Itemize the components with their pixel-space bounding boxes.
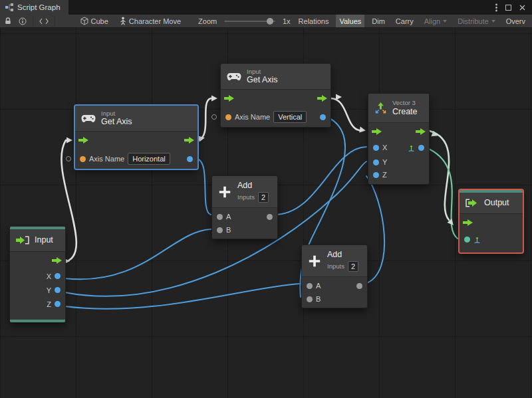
node-graph-input[interactable]: Input X Y Z: [9, 226, 66, 323]
wire-flow-getaxis-v-to-create[interactable]: [331, 98, 359, 130]
node-header[interactable]: Input Get Axis: [221, 64, 331, 90]
overview-button[interactable]: Overv: [503, 15, 529, 28]
node-title: Input: [35, 235, 53, 245]
value-out-port[interactable]: [187, 156, 193, 162]
node-add-1[interactable]: Add Inputs 2 A B: [211, 175, 278, 239]
wire-add2-to-vector3-z[interactable]: [365, 176, 384, 284]
values-button[interactable]: Values: [336, 15, 364, 28]
port-label: X: [47, 272, 51, 280]
tab-title: Script Graph: [17, 3, 61, 11]
node-header[interactable]: Vector 3 Create: [368, 94, 429, 123]
wire-arrowhead: [211, 96, 217, 102]
wire-arrowhead: [359, 127, 366, 134]
wire-getaxis-h-to-add1-a[interactable]: [197, 159, 211, 215]
flow-out-port[interactable]: [52, 257, 62, 264]
node-header[interactable]: Output: [460, 193, 523, 214]
dim-button[interactable]: Dim: [368, 15, 388, 28]
wire-arrowhead: [336, 94, 342, 100]
node-get-axis-vertical[interactable]: Input Get Axis Axis Name Vertical: [220, 63, 331, 128]
sum-out-port[interactable]: [267, 214, 273, 220]
toolbar-separator: [33, 17, 33, 26]
info-icon[interactable]: [17, 17, 28, 25]
inputs-count-field[interactable]: 2: [258, 192, 269, 203]
tab-script-graph[interactable]: Script Graph: [0, 0, 68, 15]
code-icon[interactable]: [38, 18, 50, 25]
dropdown-caret-icon: [443, 20, 447, 23]
node-graph-output[interactable]: Output: [459, 189, 523, 253]
port-label: B: [316, 295, 321, 303]
align-button[interactable]: Align: [421, 15, 450, 28]
window-controls: [495, 0, 532, 15]
breadcrumb-character-move[interactable]: Character Move: [116, 15, 184, 28]
z-out-port[interactable]: [55, 301, 61, 307]
relations-button[interactable]: Relations: [295, 15, 332, 28]
input-a-port[interactable]: [307, 283, 313, 289]
wire-add1-to-vector3-x[interactable]: [273, 147, 366, 215]
input-a-port[interactable]: [217, 214, 223, 220]
graph-canvas[interactable]: Input Get Axis Axis Name Vertical: [0, 28, 532, 398]
flow-in-port[interactable]: [224, 95, 234, 102]
zoom-slider-handle[interactable]: [267, 18, 273, 25]
port-label: A: [226, 213, 231, 221]
carry-button[interactable]: Carry: [392, 15, 417, 28]
lock-icon[interactable]: [3, 17, 13, 25]
value-in-port[interactable]: [464, 237, 470, 243]
distribute-button[interactable]: Distribute: [454, 15, 498, 28]
node-vector3-create[interactable]: Vector 3 Create X Y: [368, 93, 430, 185]
axis-name-port[interactable]: [80, 156, 86, 162]
y-out-port[interactable]: [55, 287, 61, 293]
inputs-label: Inputs: [237, 193, 255, 201]
node-get-axis-horizontal[interactable]: Input Get Axis Axis Name Horizontal: [74, 105, 198, 169]
y-input-port[interactable]: [373, 159, 379, 165]
flow-out-port[interactable]: [317, 95, 327, 102]
flow-in-port[interactable]: [78, 137, 88, 144]
zoom-value: 1x: [283, 17, 291, 25]
input-b-port[interactable]: [217, 227, 223, 233]
flow-in-port[interactable]: [372, 128, 382, 135]
maximize-icon[interactable]: [505, 5, 511, 11]
node-header[interactable]: Input: [10, 229, 65, 252]
wire-flow-create-to-output[interactable]: [430, 131, 449, 220]
tab-bar: Script Graph: [0, 0, 532, 15]
character-icon: [120, 17, 126, 25]
input-b-port[interactable]: [307, 296, 313, 302]
wire-input-x-to-add1-b[interactable]: [65, 229, 211, 279]
x-out-port[interactable]: [55, 273, 61, 279]
axis-name-field[interactable]: Horizontal: [128, 153, 170, 165]
flow-out-port[interactable]: [184, 137, 194, 144]
vector3-out-port[interactable]: [418, 145, 424, 151]
flow-in-port[interactable]: [463, 219, 473, 226]
sum-out-port[interactable]: [356, 283, 362, 289]
axis-name-port[interactable]: [225, 114, 231, 120]
node-header[interactable]: Add Inputs 2: [302, 245, 367, 277]
flow-out-port[interactable]: [416, 128, 426, 135]
unconnected-port[interactable]: [211, 114, 217, 120]
toolbar-toggles: Relations Values Dim Carry Align Distrib…: [295, 15, 529, 28]
wire-flow-getaxis-h-to-v[interactable]: [198, 98, 211, 140]
x-input-port[interactable]: [373, 145, 379, 151]
port-label: A: [316, 282, 321, 290]
node-category: Input: [247, 68, 278, 75]
node-add-2[interactable]: Add Inputs 2 A B: [301, 245, 368, 308]
zoom-slider[interactable]: [224, 21, 275, 22]
accent-bar: [10, 320, 65, 322]
z-input-port[interactable]: [373, 172, 379, 178]
value-out-port[interactable]: [320, 114, 326, 120]
node-header[interactable]: Input Get Axis: [75, 106, 198, 132]
unconnected-port[interactable]: [66, 156, 71, 161]
node-category: Input: [101, 110, 132, 117]
menu-icon[interactable]: [495, 3, 497, 12]
gamepad-icon: [227, 72, 241, 81]
breadcrumb-cube[interactable]: Cube: [77, 15, 112, 28]
node-header[interactable]: Add Inputs 2: [212, 176, 277, 208]
axis-name-field[interactable]: Vertical: [273, 111, 307, 123]
inputs-count-field[interactable]: 2: [348, 261, 358, 272]
node-title: Output: [484, 198, 509, 208]
close-icon[interactable]: [519, 5, 525, 11]
node-title: Add: [237, 181, 269, 191]
port-label: Axis Name: [235, 113, 270, 121]
axes-gizmo-icon: [408, 144, 415, 151]
vector3-icon: [374, 102, 387, 114]
toolbar-separator: [55, 17, 55, 26]
script-graph-window: Script Graph Cube: [0, 0, 532, 398]
